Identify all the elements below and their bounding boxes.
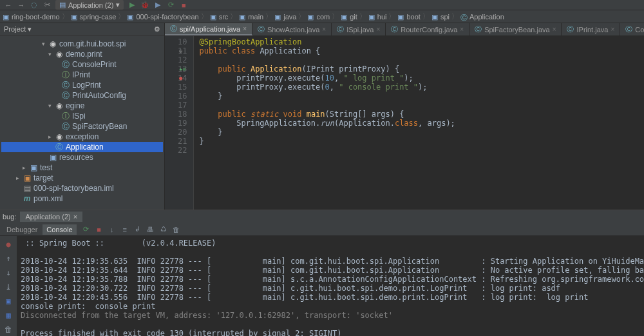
sel2-icon[interactable]: ▦ xyxy=(4,311,13,320)
close-icon[interactable]: × xyxy=(322,26,326,33)
line-number[interactable]: 22 xyxy=(178,146,187,155)
debug-sub-tab[interactable]: Debugger xyxy=(3,224,41,235)
line-number[interactable]: 21 xyxy=(178,137,187,146)
line-number[interactable]: 15 xyxy=(178,83,187,92)
expand-arrow-icon[interactable]: ▾ xyxy=(46,51,53,57)
editor-tab[interactable]: Ⓒspi/Application.java× xyxy=(165,23,252,35)
line-number[interactable]: 14● xyxy=(178,74,187,83)
print-icon[interactable]: 🖶 xyxy=(146,225,155,234)
console-output[interactable]: :: Spring Boot :: (v2.0.4.RELEASE) 2018-… xyxy=(17,236,644,336)
line-number[interactable]: 18 xyxy=(178,110,187,119)
breadcrumb-item[interactable]: ▣ring-boot-demo xyxy=(3,13,60,21)
scr-icon[interactable]: ⤓ xyxy=(4,282,13,292)
line-number[interactable]: 16 xyxy=(178,92,187,101)
down2-icon[interactable]: ↓ xyxy=(4,268,13,277)
coverage-icon[interactable]: ▶ xyxy=(153,1,162,10)
line-number[interactable]: 20 xyxy=(178,128,187,137)
gutter-mark-icon[interactable]: ● xyxy=(179,74,182,83)
run-config-selector[interactable]: ▤ Application (2) ▾ xyxy=(55,0,124,10)
project-header[interactable]: Project ▾ ⚙ xyxy=(0,23,164,36)
back-icon[interactable]: ← xyxy=(4,1,13,10)
close-icon[interactable]: × xyxy=(460,26,464,33)
filter-icon[interactable]: ♺ xyxy=(159,225,168,234)
rerun-icon[interactable]: ⟳ xyxy=(82,225,91,234)
editor-tab[interactable]: ⒸSpiFactoryBean.java× xyxy=(469,23,562,35)
trash-icon[interactable]: 🗑 xyxy=(172,225,181,234)
tree-row[interactable]: ▸▣target xyxy=(1,173,163,183)
project-tree[interactable]: ▾◉com.git.hui.boot.spi▾◉demo.printⒸConso… xyxy=(0,36,164,210)
breadcrumb-item[interactable]: ▣com xyxy=(307,13,330,21)
tree-row[interactable]: ⒸConsolePrint xyxy=(1,59,163,70)
forward-icon[interactable]: → xyxy=(17,1,26,10)
editor-tab[interactable]: ⒸRouterConfig.java× xyxy=(386,23,469,35)
editor-tab[interactable]: ⒸShowAction.java× xyxy=(252,23,332,35)
indent-icon[interactable]: ≡ xyxy=(120,225,129,234)
wrap-icon[interactable]: ↲ xyxy=(133,225,142,234)
close-icon[interactable]: × xyxy=(376,26,380,33)
debug-run-tab[interactable]: Application (2) × xyxy=(20,212,82,222)
editor-tab[interactable]: ⒸISpi.java× xyxy=(332,23,386,35)
tree-row[interactable]: ⒸLogPrint xyxy=(1,80,163,90)
tree-row[interactable]: ▣resources xyxy=(1,152,163,163)
tree-row[interactable]: ⒾIPrint xyxy=(1,70,163,80)
breadcrumb-item[interactable]: ▣spring-case xyxy=(71,13,117,21)
breadcrumb-item[interactable]: ▣boot xyxy=(397,13,420,21)
debug-sub-tab[interactable]: Console xyxy=(43,224,76,235)
expand-arrow-icon[interactable]: ▾ xyxy=(40,41,46,47)
editor-tab[interactable]: ⒸConsolePrint.java× xyxy=(620,23,644,35)
down-icon[interactable]: ↓ xyxy=(108,225,117,234)
tree-row[interactable]: ▸▣test xyxy=(1,163,163,173)
close-icon[interactable]: × xyxy=(553,26,556,33)
bp-icon[interactable]: ● xyxy=(4,240,13,249)
up-icon[interactable]: ↑ xyxy=(4,254,13,263)
line-number[interactable]: 10 xyxy=(178,37,187,46)
rerun-icon[interactable]: ⟳ xyxy=(166,1,175,10)
tree-row[interactable]: ⒸPrintAutoConfig xyxy=(1,90,163,101)
tree-label: ISpi xyxy=(72,112,86,121)
line-number[interactable]: 13★⊙ xyxy=(178,64,187,74)
expand-arrow-icon[interactable]: ▾ xyxy=(46,103,53,109)
tree-row[interactable]: ⒾISpi xyxy=(1,111,163,121)
breadcrumb-item[interactable]: ⒸApplication xyxy=(460,13,504,21)
expand-arrow-icon[interactable]: ▸ xyxy=(21,164,27,171)
line-number[interactable]: 17 xyxy=(178,101,187,110)
close-icon[interactable]: × xyxy=(73,213,77,221)
cut-icon[interactable]: ✂ xyxy=(43,1,52,10)
breadcrumb-item[interactable]: ▣spi xyxy=(431,13,450,21)
stop2-icon[interactable]: ■ xyxy=(95,225,104,234)
line-number[interactable]: 11⊖ xyxy=(178,46,187,55)
breadcrumb-item[interactable]: ▣src xyxy=(210,13,229,21)
close-icon[interactable]: × xyxy=(243,25,247,32)
close-icon[interactable]: × xyxy=(611,26,614,33)
line-number[interactable]: 12 xyxy=(178,55,187,64)
tree-row[interactable]: ▾◉com.git.hui.boot.spi xyxy=(1,39,163,49)
class-icon: Ⓒ xyxy=(61,91,70,100)
tree-row[interactable]: ⒸSpiFactoryBean xyxy=(1,121,163,132)
tree-row[interactable]: ⒸApplication xyxy=(1,142,163,152)
breadcrumb-item[interactable]: ▣java xyxy=(274,13,296,21)
run-icon[interactable]: ▶ xyxy=(128,1,137,10)
code[interactable]: @SpringBootApplication public class Appl… xyxy=(194,36,460,210)
gutter[interactable]: 1011⊖1213★⊙14●1516171819202122 xyxy=(165,36,194,210)
tree-row[interactable]: ▾◉egine xyxy=(1,101,163,111)
stop-icon[interactable]: ■ xyxy=(179,1,188,10)
sel-icon[interactable]: ▣ xyxy=(4,297,13,306)
breadcrumb-item[interactable]: ▣hui xyxy=(368,13,387,21)
db-icon[interactable]: ◌ xyxy=(30,1,39,10)
tree-row[interactable]: ▾◉demo.print xyxy=(1,49,163,59)
tree-row[interactable]: ▤000-spi-factorybean.iml xyxy=(1,183,163,193)
tree-row[interactable]: ▸◉exception xyxy=(1,132,163,142)
expand-arrow-icon[interactable]: ▸ xyxy=(14,175,21,181)
expand-arrow-icon[interactable]: ▸ xyxy=(46,133,53,140)
gutter-mark-icon[interactable]: ⊖ xyxy=(179,46,182,55)
breadcrumb-item[interactable]: ▣main xyxy=(239,13,263,21)
line-number[interactable]: 19 xyxy=(178,119,187,128)
editor-tab[interactable]: ⒸIPrint.java× xyxy=(562,23,620,35)
tree-row[interactable]: mpom.xml xyxy=(1,193,163,204)
gear-icon[interactable]: ⚙ xyxy=(154,25,160,34)
breadcrumb-item[interactable]: ▣git xyxy=(341,13,357,21)
debug-icon[interactable]: 🐞 xyxy=(140,1,149,10)
gutter-mark-icon[interactable]: ★⊙ xyxy=(179,64,186,74)
del-icon[interactable]: 🗑 xyxy=(4,325,13,334)
breadcrumb-item[interactable]: ▣000-spi-factorybean xyxy=(127,13,198,21)
